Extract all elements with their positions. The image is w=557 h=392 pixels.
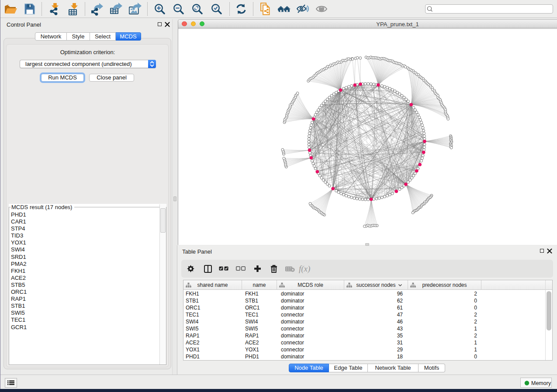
svg-text:f(x): f(x): [299, 264, 310, 274]
svg-text:Memory: Memory: [531, 380, 551, 386]
